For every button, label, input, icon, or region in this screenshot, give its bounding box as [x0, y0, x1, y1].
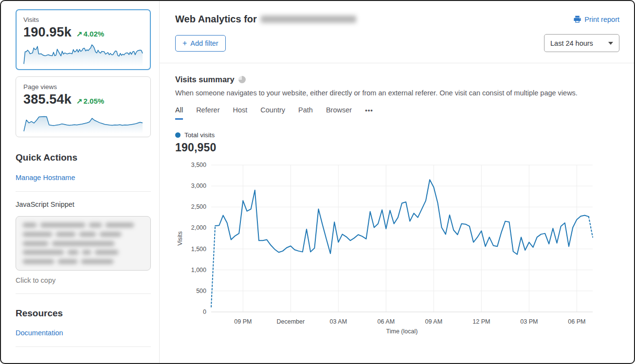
metric-delta: ↗2.05%	[76, 97, 104, 106]
metric-card-page-views[interactable]: Page views 385.54k ↗2.05%	[16, 76, 151, 137]
svg-text:03 PM: 03 PM	[520, 318, 538, 325]
tab-country[interactable]: Country	[260, 106, 285, 120]
app-window: Visits 190.95k ↗4.02% Page views 385.54k…	[0, 0, 635, 364]
tab-path[interactable]: Path	[298, 106, 313, 120]
documentation-link[interactable]: Documentation	[16, 329, 63, 337]
svg-text:03 AM: 03 AM	[330, 318, 347, 325]
chart-legend: Total visits	[175, 131, 618, 139]
visits-summary-section: Visits summary When someone navigates to…	[160, 63, 634, 337]
line-chart-svg: 09 PMDecember03 AM06 AM09 AM12 PM03 PM06…	[175, 159, 613, 335]
svg-text:1,500: 1,500	[191, 246, 206, 253]
javascript-snippet-label: JavaScript Snippet	[16, 200, 151, 208]
javascript-snippet-code-box[interactable]	[16, 216, 151, 271]
time-range-select[interactable]: Last 24 hours	[544, 34, 619, 52]
page-views-sparkline	[23, 110, 143, 133]
tab-more-ellipsis[interactable]: •••	[365, 107, 373, 120]
svg-text:2,000: 2,000	[191, 224, 206, 231]
svg-text:500: 500	[196, 288, 206, 294]
divider	[16, 191, 151, 192]
chevron-down-icon	[608, 42, 613, 45]
svg-text:3,500: 3,500	[191, 162, 206, 168]
svg-text:1,000: 1,000	[191, 267, 206, 273]
sidebar: Visits 190.95k ↗4.02% Page views 385.54k…	[1, 1, 159, 363]
tab-all[interactable]: All	[175, 106, 183, 120]
metric-delta: ↗4.02%	[76, 30, 104, 38]
tab-browser[interactable]: Browser	[326, 106, 352, 120]
summary-description: When someone navigates to your website, …	[175, 89, 618, 97]
metric-label: Page views	[23, 83, 143, 91]
legend-label: Total visits	[184, 131, 215, 139]
svg-text:Visits: Visits	[177, 231, 183, 246]
svg-text:06 PM: 06 PM	[568, 318, 585, 325]
page-title: Web Analytics for	[175, 14, 356, 25]
metric-label: Visits	[23, 16, 143, 23]
metric-card-visits[interactable]: Visits 190.95k ↗4.02%	[16, 9, 151, 70]
plus-icon: +	[182, 39, 187, 47]
svg-text:0: 0	[203, 309, 206, 315]
resources-heading: Resources	[16, 308, 151, 319]
metric-value: 385.54k	[23, 92, 72, 107]
svg-text:09 PM: 09 PM	[234, 318, 252, 325]
tab-referer[interactable]: Referer	[196, 106, 219, 120]
svg-text:09 AM: 09 AM	[425, 318, 442, 325]
manage-hostname-link[interactable]: Manage Hostname	[16, 174, 75, 182]
print-report-link[interactable]: Print report	[573, 15, 619, 23]
site-domain-redacted	[261, 16, 356, 23]
main-panel: Web Analytics for Print report + Add fil…	[159, 1, 634, 363]
summary-title: Visits summary	[175, 75, 235, 84]
visits-sparkline	[23, 43, 143, 66]
divider	[16, 293, 151, 294]
trend-up-icon: ↗	[76, 30, 83, 38]
add-filter-button[interactable]: + Add filter	[175, 35, 226, 52]
divider	[16, 346, 151, 347]
click-to-copy-hint: Click to copy	[16, 276, 151, 284]
svg-text:12 PM: 12 PM	[472, 318, 490, 325]
pie-chart-icon	[238, 76, 246, 83]
svg-text:06 AM: 06 AM	[378, 318, 395, 325]
svg-text:3,000: 3,000	[191, 182, 206, 189]
visits-line-chart: 09 PMDecember03 AM06 AM09 AM12 PM03 PM06…	[175, 159, 618, 337]
total-visits-value: 190,950	[175, 141, 618, 154]
quick-actions-heading: Quick Actions	[16, 152, 151, 163]
trend-up-icon: ↗	[76, 97, 83, 105]
svg-text:Time (local): Time (local)	[386, 328, 418, 335]
printer-icon	[573, 15, 581, 23]
legend-dot-icon	[175, 132, 181, 138]
metric-value: 190.95k	[23, 25, 72, 40]
tab-host[interactable]: Host	[233, 106, 247, 120]
svg-text:2,500: 2,500	[191, 203, 206, 210]
svg-text:December: December	[276, 318, 305, 325]
summary-tabs: All Referer Host Country Path Browser ••…	[175, 106, 618, 120]
